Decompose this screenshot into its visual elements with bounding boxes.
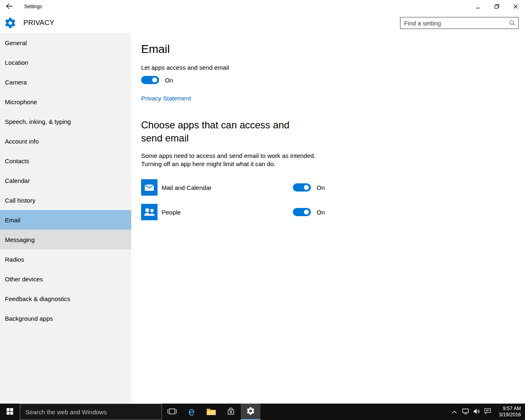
taskbar-search-input[interactable] <box>20 409 162 415</box>
window-body: General Location Camera Microphone Speec… <box>0 33 525 404</box>
restore-icon <box>495 4 499 10</box>
titlebar: Settings <box>0 0 525 13</box>
close-icon <box>514 4 518 10</box>
mail-calendar-toggle[interactable] <box>293 183 311 192</box>
clock-time: 9:57 AM <box>503 406 521 412</box>
sidebar-item-feedback-diagnostics[interactable]: Feedback & diagnostics <box>0 289 131 308</box>
task-view-icon <box>167 408 177 416</box>
taskbar-clock[interactable]: 9:57 AM 3/19/2016 <box>493 404 525 420</box>
sidebar-item-speech-inking-typing[interactable]: Speech, inking, & typing <box>0 112 131 131</box>
edge-button[interactable]: e <box>182 404 201 420</box>
restore-button[interactable] <box>487 0 506 13</box>
store-button[interactable] <box>221 404 241 420</box>
master-toggle-row: On <box>141 76 525 84</box>
page-title: PRIVACY <box>23 19 54 27</box>
sidebar-item-account-info[interactable]: Account info <box>0 131 131 151</box>
app-name: Mail and Calendar <box>162 184 212 191</box>
close-button[interactable] <box>506 0 525 13</box>
task-view-button[interactable] <box>162 404 182 420</box>
master-toggle-label: Let apps access and send email <box>141 64 525 71</box>
edge-icon: e <box>188 406 194 418</box>
volume-button[interactable] <box>471 404 482 420</box>
page-header: PRIVACY <box>0 13 525 33</box>
sidebar-item-location[interactable]: Location <box>0 52 131 72</box>
system-tray: 9:57 AM 3/19/2016 <box>449 404 525 420</box>
action-center-icon <box>484 408 491 415</box>
email-access-toggle-state: On <box>165 77 173 84</box>
sidebar-item-call-history[interactable]: Call history <box>0 190 131 210</box>
network-icon <box>462 409 469 415</box>
minimize-button[interactable] <box>468 0 487 13</box>
sidebar-item-other-devices[interactable]: Other devices <box>0 269 131 289</box>
email-access-toggle[interactable] <box>141 76 159 84</box>
gear-icon <box>4 17 16 29</box>
clock-date: 3/19/2016 <box>499 412 521 418</box>
taskbar: e <box>0 404 525 420</box>
volume-icon <box>473 409 480 415</box>
sidebar-item-microphone[interactable]: Microphone <box>0 92 131 112</box>
titlebar-spacer <box>42 0 468 13</box>
privacy-sidebar: General Location Camera Microphone Speec… <box>0 33 131 404</box>
people-toggle[interactable] <box>293 208 311 216</box>
tray-expand-button[interactable] <box>449 404 460 420</box>
sidebar-item-email[interactable]: Email <box>0 210 131 230</box>
start-button[interactable] <box>0 404 20 420</box>
section-title: Email <box>141 43 525 56</box>
sidebar-item-camera[interactable]: Camera <box>0 72 131 92</box>
back-icon <box>6 3 13 10</box>
taskbar-searchbox <box>20 404 162 420</box>
find-setting-searchbox <box>400 17 519 29</box>
window-title: Settings <box>24 4 42 9</box>
app-row-mail-and-calendar: Mail and Calendar On <box>141 179 325 196</box>
privacy-statement-link[interactable]: Privacy Statement <box>141 95 191 102</box>
sidebar-item-general[interactable]: General <box>0 33 131 52</box>
minimize-icon <box>476 4 480 10</box>
settings-taskbar-button[interactable] <box>241 404 260 420</box>
people-toggle-state: On <box>317 209 325 216</box>
windows-start-icon <box>7 408 13 416</box>
sidebar-item-calendar[interactable]: Calendar <box>0 171 131 190</box>
sidebar-item-contacts[interactable]: Contacts <box>0 151 131 171</box>
sidebar-item-background-apps[interactable]: Background apps <box>0 308 131 328</box>
sidebar-item-radios[interactable]: Radios <box>0 249 131 269</box>
settings-window: Settings PRIVACY <box>0 0 525 420</box>
chevron-up-icon <box>452 409 457 415</box>
people-icon <box>141 204 158 220</box>
mail-calendar-icon <box>141 179 158 196</box>
apps-section-heading: Choose apps that can access and send ema… <box>141 119 313 145</box>
apps-section-description: Some apps need to access and send email … <box>141 152 319 169</box>
mail-calendar-toggle-state: On <box>317 184 325 191</box>
app-list: Mail and Calendar On People On <box>141 179 525 220</box>
search-input[interactable] <box>401 20 507 27</box>
back-button[interactable] <box>0 0 19 13</box>
action-center-button[interactable] <box>482 404 493 420</box>
app-row-people: People On <box>141 204 325 220</box>
network-button[interactable] <box>460 404 471 420</box>
store-icon <box>227 407 235 417</box>
file-explorer-button[interactable] <box>201 404 221 420</box>
email-settings-content: Email Let apps access and send email On … <box>131 33 525 404</box>
search-icon[interactable] <box>507 20 518 26</box>
file-explorer-icon <box>206 407 216 417</box>
app-name: People <box>162 209 181 216</box>
settings-gear-icon <box>246 406 255 417</box>
sidebar-item-messaging[interactable]: Messaging <box>0 230 131 249</box>
